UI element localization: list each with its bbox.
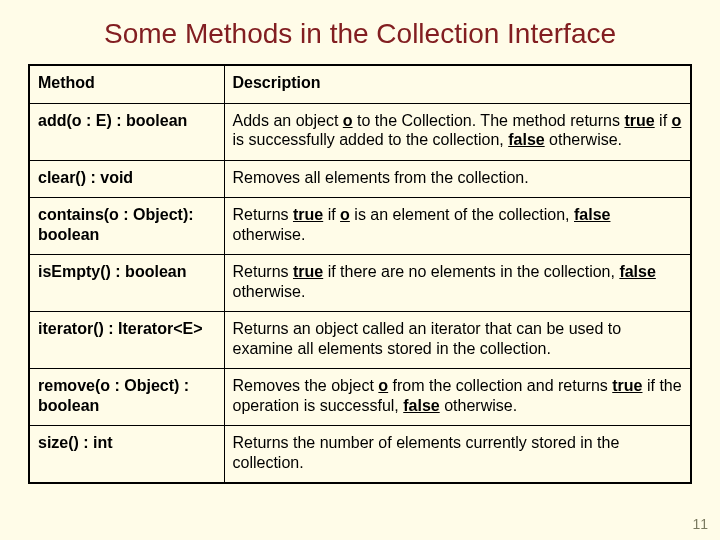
table-row: add(o : E) : booleanAdds an object o to … [29, 103, 691, 160]
description-cell: Removes the object o from the collection… [224, 369, 691, 426]
header-method: Method [29, 65, 224, 103]
table-row: remove(o : Object) : booleanRemoves the … [29, 369, 691, 426]
table-header-row: Method Description [29, 65, 691, 103]
description-cell: Returns an object called an iterator tha… [224, 312, 691, 369]
description-cell: Returns true if there are no elements in… [224, 255, 691, 312]
description-cell: Returns the number of elements currently… [224, 426, 691, 484]
table-row: isEmpty() : booleanReturns true if there… [29, 255, 691, 312]
slide: Some Methods in the Collection Interface… [0, 0, 720, 540]
table-row: size() : intReturns the number of elemen… [29, 426, 691, 484]
method-cell: remove(o : Object) : boolean [29, 369, 224, 426]
method-cell: size() : int [29, 426, 224, 484]
description-cell: Adds an object o to the Collection. The … [224, 103, 691, 160]
header-description: Description [224, 65, 691, 103]
methods-table: Method Description add(o : E) : booleanA… [28, 64, 692, 484]
table-row: contains(o : Object): booleanReturns tru… [29, 198, 691, 255]
method-cell: add(o : E) : boolean [29, 103, 224, 160]
method-cell: contains(o : Object): boolean [29, 198, 224, 255]
table-body: add(o : E) : booleanAdds an object o to … [29, 103, 691, 483]
slide-title: Some Methods in the Collection Interface [28, 18, 692, 50]
description-cell: Returns true if o is an element of the c… [224, 198, 691, 255]
method-cell: iterator() : Iterator<E> [29, 312, 224, 369]
page-number: 11 [692, 516, 708, 532]
table-row: clear() : voidRemoves all elements from … [29, 160, 691, 198]
method-cell: isEmpty() : boolean [29, 255, 224, 312]
table-row: iterator() : Iterator<E>Returns an objec… [29, 312, 691, 369]
method-cell: clear() : void [29, 160, 224, 198]
description-cell: Removes all elements from the collection… [224, 160, 691, 198]
